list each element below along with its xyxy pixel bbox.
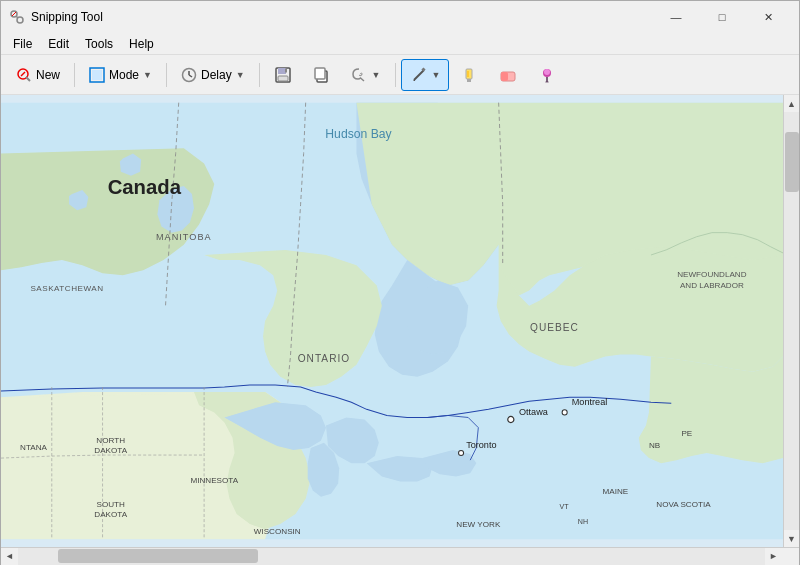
scroll-left-button[interactable]: ◄: [1, 548, 18, 565]
mode-button[interactable]: Mode ▼: [80, 59, 161, 91]
close-button[interactable]: ✕: [745, 1, 791, 33]
scroll-corner: [782, 548, 799, 565]
maximize-button[interactable]: □: [699, 1, 745, 33]
svg-point-31: [508, 416, 514, 422]
menu-edit[interactable]: Edit: [40, 35, 77, 53]
svg-text:Toronto: Toronto: [466, 440, 496, 450]
bottom-bar: ◄ ►: [1, 547, 799, 564]
scroll-thumb-vertical[interactable]: [785, 132, 799, 192]
svg-rect-25: [501, 72, 508, 81]
scroll-down-button[interactable]: ▼: [784, 530, 800, 547]
vertical-scrollbar: ▲ ▼: [783, 95, 799, 547]
content-area: Hudson Bay Canada MANITOBA SASKATCHEWAN …: [1, 95, 799, 547]
delay-dropdown-arrow: ▼: [236, 70, 245, 80]
eraser-icon: [498, 66, 518, 84]
svg-point-33: [459, 450, 464, 455]
svg-point-27: [544, 69, 550, 75]
new-icon: [16, 67, 32, 83]
svg-text:SOUTH: SOUTH: [96, 500, 125, 509]
lasso-dropdown-arrow: ▼: [372, 70, 381, 80]
separator-4: [395, 63, 396, 87]
svg-line-2: [16, 16, 18, 18]
svg-rect-22: [467, 79, 471, 82]
svg-text:Ottawa: Ottawa: [519, 407, 549, 417]
highlighter-button[interactable]: [451, 59, 487, 91]
svg-text:PE: PE: [681, 429, 692, 438]
pen-icon: [410, 66, 428, 84]
horizontal-scrollbar: ◄ ►: [1, 548, 782, 564]
window-title: Snipping Tool: [31, 10, 653, 24]
map-svg: Hudson Bay Canada MANITOBA SASKATCHEWAN …: [1, 95, 783, 547]
scroll-right-button[interactable]: ►: [765, 548, 782, 565]
svg-text:MANITOBA: MANITOBA: [156, 232, 212, 242]
svg-text:DAKOTA: DAKOTA: [94, 446, 127, 455]
svg-text:Canada: Canada: [108, 176, 182, 198]
highlighter-icon: [460, 66, 478, 84]
svg-text:VT: VT: [560, 503, 570, 511]
svg-text:QUEBEC: QUEBEC: [530, 322, 579, 333]
separator-2: [166, 63, 167, 87]
menu-help[interactable]: Help: [121, 35, 162, 53]
pin-icon: [538, 66, 556, 84]
svg-rect-17: [315, 68, 325, 79]
svg-text:Hudson Bay: Hudson Bay: [325, 127, 392, 141]
pin-button[interactable]: [529, 59, 565, 91]
pen-dropdown-arrow: ▼: [432, 70, 441, 80]
new-label: New: [36, 68, 60, 82]
scroll-up-button[interactable]: ▲: [784, 95, 800, 112]
lasso-icon: [350, 66, 368, 84]
svg-text:NORTH: NORTH: [96, 436, 125, 445]
snipping-tool-window: Snipping Tool — □ ✕ File Edit Tools Help…: [0, 0, 800, 565]
svg-text:ONTARIO: ONTARIO: [298, 353, 351, 364]
svg-text:MINNESOTA: MINNESOTA: [190, 476, 238, 485]
svg-text:AND LABRADOR: AND LABRADOR: [680, 282, 744, 291]
menu-tools[interactable]: Tools: [77, 35, 121, 53]
lasso-button[interactable]: ▼: [341, 59, 390, 91]
svg-rect-21: [466, 69, 472, 79]
svg-line-11: [189, 75, 192, 77]
svg-text:WISCONSIN: WISCONSIN: [254, 527, 301, 536]
svg-text:NOVA SCOTIA: NOVA SCOTIA: [656, 500, 711, 509]
scroll-track-horizontal[interactable]: [18, 548, 765, 565]
svg-rect-13: [278, 68, 286, 74]
copy-icon: [312, 66, 330, 84]
scroll-track-vertical[interactable]: [784, 112, 800, 530]
svg-text:NTANA: NTANA: [20, 443, 47, 452]
mode-icon: [89, 67, 105, 83]
delay-button[interactable]: Delay ▼: [172, 59, 254, 91]
svg-line-3: [12, 12, 16, 16]
scroll-thumb-horizontal[interactable]: [58, 549, 258, 563]
minimize-button[interactable]: —: [653, 1, 699, 33]
svg-text:NB: NB: [649, 441, 660, 450]
svg-rect-8: [92, 70, 102, 80]
svg-text:NEWFOUNDLAND: NEWFOUNDLAND: [677, 270, 747, 279]
save-button[interactable]: [265, 59, 301, 91]
svg-text:SASKATCHEWAN: SASKATCHEWAN: [30, 284, 103, 293]
svg-point-29: [545, 81, 549, 83]
new-button[interactable]: New: [7, 59, 69, 91]
svg-text:Montreal: Montreal: [572, 397, 608, 407]
mode-label: Mode: [109, 68, 139, 82]
menu-bar: File Edit Tools Help: [1, 33, 799, 55]
menu-file[interactable]: File: [5, 35, 40, 53]
window-controls: — □ ✕: [653, 1, 791, 33]
toolbar: New Mode ▼ Delay: [1, 55, 799, 95]
svg-rect-14: [278, 76, 288, 81]
map-canvas[interactable]: Hudson Bay Canada MANITOBA SASKATCHEWAN …: [1, 95, 783, 547]
mode-dropdown-arrow: ▼: [143, 70, 152, 80]
svg-text:DAKOTA: DAKOTA: [94, 510, 127, 519]
svg-rect-15: [285, 68, 287, 72]
eraser-button[interactable]: [489, 59, 527, 91]
copy-button[interactable]: [303, 59, 339, 91]
pen-button[interactable]: ▼: [401, 59, 450, 91]
title-bar: Snipping Tool — □ ✕: [1, 1, 799, 33]
delay-label: Delay: [201, 68, 232, 82]
svg-point-32: [562, 410, 567, 415]
svg-line-5: [21, 72, 25, 76]
app-icon: [9, 9, 25, 25]
separator-1: [74, 63, 75, 87]
separator-3: [259, 63, 260, 87]
save-icon: [274, 66, 292, 84]
svg-text:NH: NH: [578, 518, 588, 526]
svg-line-6: [26, 77, 30, 81]
